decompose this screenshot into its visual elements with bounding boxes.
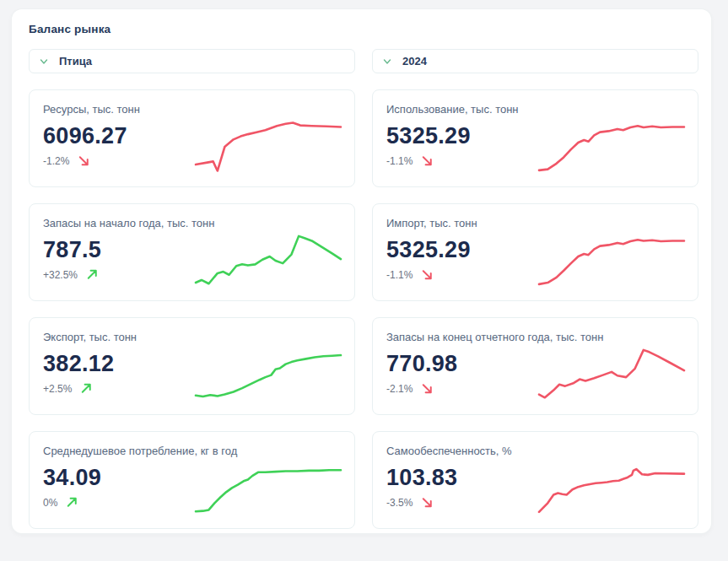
trend-up-arrow-icon — [85, 267, 100, 282]
market-balance-panel: Баланс рынка Птица 2024 Ресурсы, тыс. то… — [12, 9, 711, 533]
trend-down-arrow-icon — [420, 267, 434, 282]
trend-down-arrow-icon — [420, 381, 434, 396]
card-label: Запасы на начало года, тыс. тонн — [43, 217, 341, 229]
card-label: Запасы на конец отчетного года, тыс. тон… — [386, 331, 684, 343]
card-change-value: +2.5% — [43, 383, 72, 395]
sparkline-chart — [539, 348, 684, 401]
card-change-value: -3.5% — [386, 497, 413, 509]
kpi-card: Экспорт, тыс. тонн 382.12 +2.5% — [29, 317, 355, 415]
card-change-value: -1.2% — [43, 155, 69, 167]
sparkline-chart — [196, 235, 341, 287]
chevron-down-icon — [381, 56, 393, 67]
card-label: Среднедушевое потребление, кг в год — [43, 445, 341, 457]
sparkline-chart — [196, 121, 341, 173]
product-select[interactable]: Птица — [29, 49, 355, 73]
trend-down-arrow-icon — [420, 495, 434, 510]
kpi-card: Использование, тыс. тонн 5325.29 -1.1% — [372, 89, 698, 187]
card-label: Использование, тыс. тонн — [386, 103, 684, 116]
kpi-card: Самообеспеченность, % 103.83 -3.5% — [372, 431, 698, 529]
kpi-card: Ресурсы, тыс. тонн 6096.27 -1.2% — [29, 89, 355, 187]
sparkline-chart — [539, 235, 684, 287]
cards-grid: Ресурсы, тыс. тонн 6096.27 -1.2% Использ… — [29, 89, 698, 529]
trend-up-arrow-icon — [65, 495, 79, 510]
sparkline-chart — [196, 348, 341, 401]
page-title: Баланс рынка — [29, 23, 698, 35]
kpi-card: Среднедушевое потребление, кг в год 34.0… — [29, 431, 355, 529]
card-label: Ресурсы, тыс. тонн — [43, 103, 341, 116]
product-select-value: Птица — [59, 55, 92, 67]
kpi-card: Импорт, тыс. тонн 5325.29 -1.1% — [372, 203, 698, 301]
trend-up-arrow-icon — [79, 381, 94, 396]
card-change-value: -1.1% — [386, 269, 413, 281]
trend-down-arrow-icon — [420, 154, 434, 168]
sparkline-chart — [196, 462, 341, 515]
card-label: Экспорт, тыс. тонн — [43, 331, 341, 343]
year-select[interactable]: 2024 — [372, 49, 698, 73]
card-change-value: -1.1% — [386, 155, 413, 167]
chevron-down-icon — [38, 56, 50, 67]
card-change-value: 0% — [43, 497, 57, 509]
sparkline-chart — [539, 121, 684, 173]
card-change-value: +32.5% — [43, 269, 78, 281]
sparkline-chart — [539, 462, 684, 515]
kpi-card: Запасы на конец отчетного года, тыс. тон… — [372, 317, 698, 415]
trend-down-arrow-icon — [77, 154, 91, 168]
card-change-value: -2.1% — [386, 383, 413, 395]
card-label: Импорт, тыс. тонн — [386, 217, 684, 229]
card-label: Самообеспеченность, % — [386, 445, 684, 457]
year-select-value: 2024 — [402, 55, 427, 67]
kpi-card: Запасы на начало года, тыс. тонн 787.5 +… — [29, 203, 355, 301]
filter-row: Птица 2024 — [29, 49, 698, 73]
